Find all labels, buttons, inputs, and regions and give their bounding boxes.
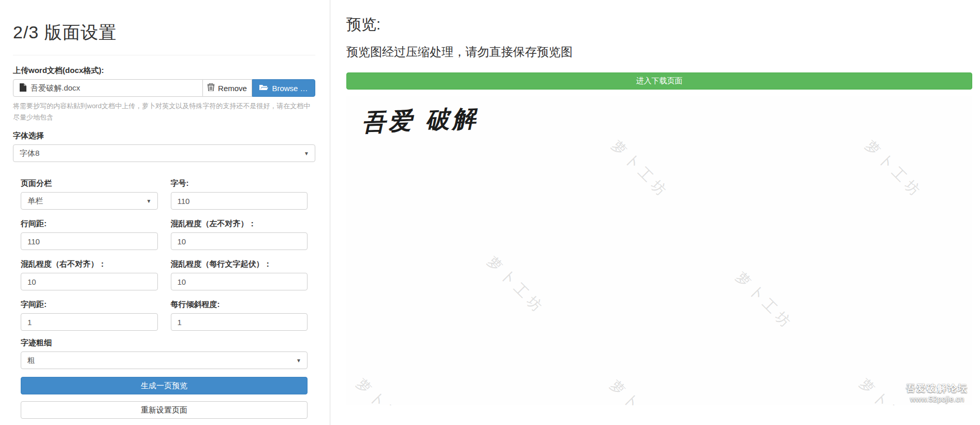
stroke-weight-select[interactable]: 粗 ▼	[21, 351, 308, 369]
layout-params-block: 页面分栏 单栏 ▼ 字号: 行间距: 混乱程度（左不对齐）：	[21, 171, 308, 425]
font-size-label: 字号:	[171, 179, 308, 188]
remove-button[interactable]: Remove	[203, 79, 252, 97]
upload-help-text: 将需要抄写的内容粘贴到word文档中上传，萝卜对英文以及特殊字符的支持还不是很好…	[13, 100, 315, 123]
site-watermark-url: www.52pojie.cn	[906, 394, 968, 403]
font-select-label: 字体选择	[13, 131, 315, 141]
page-columns-select[interactable]: 单栏 ▼	[21, 192, 158, 210]
file-name-field[interactable]: 吾爱破解.docx	[13, 79, 203, 97]
remove-label: Remove	[218, 84, 247, 93]
preview-image: 吾爱 破解 萝卜工坊 萝卜工坊 萝卜工坊 萝卜工坊 萝卜工坊 萝卜工坊 萝卜工坊…	[346, 96, 972, 405]
trash-icon	[208, 83, 214, 93]
chevron-down-icon: ▼	[147, 198, 152, 204]
line-slope-input[interactable]	[171, 313, 308, 331]
file-name: 吾爱破解.docx	[31, 83, 80, 93]
browse-label: Browse …	[272, 84, 308, 93]
page-title: 2/3 版面设置	[13, 21, 315, 45]
watermark-text: 萝卜工坊	[606, 376, 672, 405]
settings-panel: 2/3 版面设置 上传word文档(docx格式): 吾爱破解.docx Rem…	[0, 0, 330, 425]
stroke-weight-value: 粗	[27, 356, 35, 365]
download-page-button[interactable]: 进入下载页面	[346, 72, 972, 90]
font-size-input[interactable]	[171, 192, 308, 210]
chaos-wave-label: 混乱程度（每行文字起伏）：	[171, 259, 308, 269]
chaos-wave-input[interactable]	[171, 273, 308, 290]
watermark-text: 萝卜工坊	[608, 137, 674, 202]
watermark-text: 萝卜工坊	[861, 137, 927, 202]
char-spacing-label: 字间距:	[21, 300, 158, 310]
char-spacing-input[interactable]	[21, 313, 158, 331]
site-watermark: 吾爱破解论坛 www.52pojie.cn	[906, 382, 968, 403]
font-select[interactable]: 字体8 ▼	[13, 144, 315, 162]
watermark-text: 萝卜工坊	[732, 268, 798, 334]
site-watermark-name: 吾爱破解论坛	[906, 382, 968, 394]
handwriting-sample: 吾爱 破解	[361, 102, 479, 139]
chaos-left-label: 混乱程度（左不对齐）：	[171, 219, 308, 229]
chevron-down-icon: ▼	[304, 151, 309, 156]
reset-page-button[interactable]: 重新设置页面	[21, 401, 308, 419]
preview-heading: 预览:	[346, 14, 972, 35]
page-columns-value: 单栏	[27, 196, 43, 206]
browse-button[interactable]: Browse …	[252, 79, 315, 97]
line-slope-label: 每行倾斜程度:	[171, 300, 308, 310]
upload-group: 上传word文档(docx格式): 吾爱破解.docx Remove Brows…	[13, 66, 315, 123]
folder-open-icon	[259, 84, 268, 93]
font-select-group: 字体选择 字体8 ▼	[13, 131, 315, 162]
chaos-right-input[interactable]	[21, 273, 158, 290]
font-select-value: 字体8	[20, 149, 39, 158]
file-icon	[20, 83, 26, 93]
watermark-text: 萝卜工坊	[484, 253, 549, 318]
line-spacing-input[interactable]	[21, 232, 158, 250]
line-spacing-label: 行间距:	[21, 219, 158, 229]
generate-preview-button[interactable]: 生成一页预览	[21, 377, 308, 394]
preview-panel: 预览: 预览图经过压缩处理，请勿直接保存预览图 进入下载页面 吾爱 破解 萝卜工…	[331, 0, 980, 425]
chaos-right-label: 混乱程度（右不对齐）：	[21, 259, 158, 269]
stroke-weight-label: 字迹粗细	[21, 338, 308, 348]
file-input-group: 吾爱破解.docx Remove Browse …	[13, 79, 315, 97]
page-columns-label: 页面分栏	[21, 179, 158, 188]
upload-label: 上传word文档(docx格式):	[13, 66, 315, 76]
chevron-down-icon: ▼	[296, 358, 301, 363]
divider	[13, 55, 315, 55]
watermark-text: 萝卜工坊	[353, 375, 418, 405]
chaos-left-input[interactable]	[171, 232, 308, 250]
preview-notice: 预览图经过压缩处理，请勿直接保存预览图	[346, 44, 972, 60]
